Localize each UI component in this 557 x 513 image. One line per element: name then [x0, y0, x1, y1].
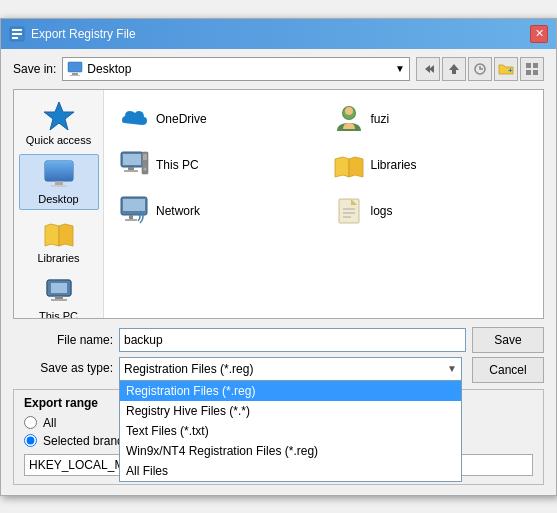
computer-icon	[118, 149, 150, 181]
up-button[interactable]	[442, 57, 466, 81]
svg-rect-20	[51, 283, 67, 293]
new-folder-button[interactable]: +	[494, 57, 518, 81]
close-button[interactable]: ✕	[530, 25, 548, 43]
svg-rect-2	[12, 33, 22, 35]
recent-button[interactable]	[468, 57, 492, 81]
file-item-label-network: Network	[156, 204, 200, 218]
libraries-folder-icon	[333, 149, 365, 181]
quick-access-icon	[43, 100, 75, 132]
view-button[interactable]	[520, 57, 544, 81]
radio-all[interactable]	[24, 416, 37, 429]
file-item-label-fuzi: fuzi	[371, 112, 390, 126]
sidebar-item-label-quick-access: Quick access	[26, 134, 91, 146]
file-item-logs[interactable]: logs	[329, 192, 534, 230]
dropdown-item-reg[interactable]: Registration Files (*.reg)	[120, 381, 461, 401]
save-in-combo[interactable]: Desktop ▼	[62, 57, 410, 81]
file-name-label: File name:	[13, 333, 113, 347]
save-in-value: Desktop	[87, 62, 391, 76]
save-as-type-combo-wrapper: Registration Files (*.reg) ▼ Registratio…	[119, 357, 462, 381]
sidebar-item-desktop[interactable]: Desktop	[19, 154, 99, 210]
dropdown-item-win9x[interactable]: Win9x/NT4 Registration Files (*.reg)	[120, 441, 461, 461]
view-icon	[525, 62, 539, 76]
svg-rect-42	[339, 199, 359, 223]
sidebar-item-label-this-pc: This PC	[39, 310, 78, 318]
desktop-icon	[43, 159, 75, 191]
svg-rect-12	[533, 70, 538, 75]
sidebar-item-this-pc[interactable]: This PC	[19, 272, 99, 318]
file-item-libraries[interactable]: Libraries	[329, 146, 534, 184]
svg-rect-6	[70, 75, 80, 76]
back-icon	[421, 62, 435, 76]
libraries-icon	[43, 218, 75, 250]
file-item-onedrive[interactable]: OneDrive	[114, 100, 319, 138]
file-item-label-libraries: Libraries	[371, 158, 417, 172]
dropdown-item-all[interactable]: All Files	[120, 461, 461, 481]
file-item-label-this-pc: This PC	[156, 158, 199, 172]
save-in-arrow: ▼	[395, 63, 405, 74]
dropdown-item-txt[interactable]: Text Files (*.txt)	[120, 421, 461, 441]
export-registry-dialog: Export Registry File ✕ Save in: Desktop …	[0, 18, 557, 496]
svg-rect-17	[51, 185, 67, 187]
file-item-fuzi[interactable]: fuzi	[329, 100, 534, 138]
svg-rect-39	[123, 199, 145, 211]
sidebar-item-quick-access[interactable]: Quick access	[19, 96, 99, 150]
svg-rect-34	[124, 170, 138, 172]
main-area: Quick access	[13, 89, 544, 319]
save-as-type-dropdown: Registration Files (*.reg) Registry Hive…	[119, 381, 462, 482]
save-btn-row: Save	[472, 327, 544, 353]
cancel-button[interactable]: Cancel	[472, 357, 544, 383]
network-icon	[118, 195, 150, 227]
file-name-row: File name: Save	[13, 327, 544, 353]
radio-selected-branch[interactable]	[24, 434, 37, 447]
new-folder-icon: +	[498, 62, 514, 76]
svg-rect-21	[55, 296, 63, 299]
file-item-this-pc[interactable]: This PC	[114, 146, 319, 184]
dropdown-item-hive[interactable]: Registry Hive Files (*.*)	[120, 401, 461, 421]
svg-rect-40	[129, 215, 133, 219]
svg-rect-1	[12, 29, 22, 31]
save-as-type-combo[interactable]: Registration Files (*.reg) ▼	[119, 357, 462, 381]
save-in-row: Save in: Desktop ▼	[13, 57, 544, 81]
file-name-input[interactable]	[119, 328, 466, 352]
svg-rect-22	[51, 299, 67, 301]
file-item-label-onedrive: OneDrive	[156, 112, 207, 126]
this-pc-icon	[43, 276, 75, 308]
chevron-down-icon: ▼	[447, 363, 457, 374]
svg-rect-5	[72, 73, 78, 75]
svg-rect-15	[45, 161, 73, 181]
svg-marker-13	[44, 102, 74, 130]
recent-icon	[473, 62, 487, 76]
sidebar-item-label-libraries: Libraries	[37, 252, 79, 264]
logs-folder-icon	[333, 195, 365, 227]
file-item-network[interactable]: Network	[114, 192, 319, 230]
save-as-type-row: Save as type: Registration Files (*.reg)…	[13, 357, 544, 383]
right-panel: OneDrive fuzi	[104, 90, 543, 318]
file-item-label-logs: logs	[371, 204, 393, 218]
radio-all-label: All	[43, 416, 56, 430]
back-button[interactable]	[416, 57, 440, 81]
sidebar-item-label-desktop: Desktop	[38, 193, 78, 205]
svg-rect-41	[125, 219, 137, 221]
user-icon	[333, 103, 365, 135]
desktop-small-icon	[67, 61, 83, 77]
svg-rect-36	[143, 154, 147, 160]
save-as-type-value: Registration Files (*.reg)	[124, 362, 253, 376]
svg-point-30	[345, 107, 353, 115]
svg-text:+: +	[508, 66, 513, 75]
sidebar-item-libraries[interactable]: Libraries	[19, 214, 99, 268]
save-button[interactable]: Save	[472, 327, 544, 353]
svg-rect-3	[12, 37, 18, 39]
svg-rect-10	[533, 63, 538, 68]
svg-rect-32	[123, 154, 141, 165]
dialog-title: Export Registry File	[31, 27, 136, 41]
onedrive-icon	[118, 103, 150, 135]
svg-point-37	[144, 167, 147, 170]
svg-rect-11	[526, 70, 531, 75]
title-icon	[9, 26, 25, 42]
save-in-label: Save in:	[13, 62, 56, 76]
svg-rect-4	[68, 62, 82, 72]
title-bar: Export Registry File ✕	[1, 19, 556, 49]
svg-rect-33	[128, 167, 134, 170]
dialog-body: Save in: Desktop ▼	[1, 49, 556, 495]
left-panel: Quick access	[14, 90, 104, 318]
